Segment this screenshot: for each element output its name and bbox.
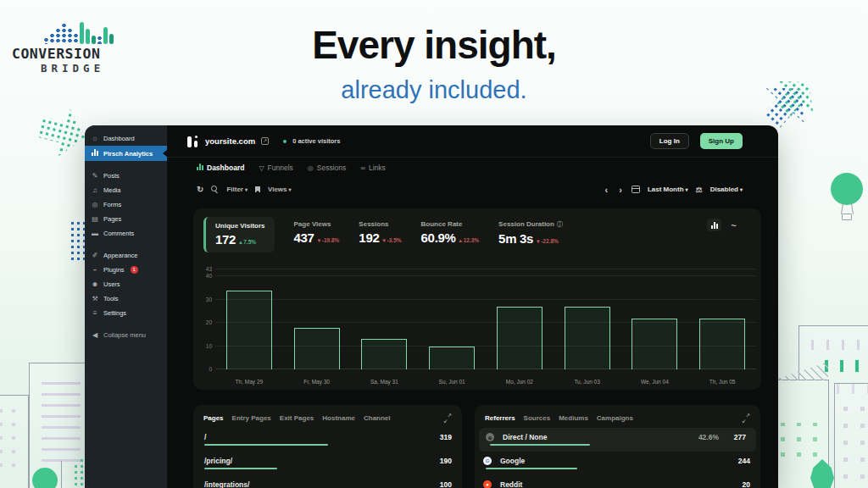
filter-dropdown[interactable]: Filter▾: [226, 186, 248, 193]
referrers-panel: ReferrersSourcesMediumsCampaigns ⊕Direct…: [475, 405, 760, 488]
sidebar-item-pirsch-analytics[interactable]: Pirsch Analytics: [85, 146, 167, 161]
expand-icon[interactable]: [443, 413, 452, 422]
sidebar-item-media[interactable]: ♫Media: [85, 183, 167, 197]
table-row-[interactable]: /319: [193, 428, 462, 452]
tab-links[interactable]: ∞Links: [360, 164, 386, 172]
stat-value-row: 437▾ -19.8%: [294, 230, 340, 245]
refresh-icon[interactable]: ↻: [197, 185, 203, 194]
pirsch-dashboard: yoursite.com ↗ 0 active visitors Log In …: [167, 125, 778, 488]
dashboard-icon: ⌂: [91, 135, 99, 142]
stat-unique-visitors[interactable]: Unique Visitors172▴ 7.5%: [203, 217, 275, 252]
chart-bar[interactable]: [497, 307, 542, 369]
previous-period-chevron[interactable]: ‹: [604, 185, 610, 195]
stat-session-duration[interactable]: Session Durationⓘ5m 3s▾ -22.8%: [498, 217, 563, 246]
row-value: 100: [440, 480, 452, 488]
sidebar-item-label: Users: [103, 280, 120, 288]
chart-bar[interactable]: [294, 328, 340, 369]
views-dropdown[interactable]: Views▾: [268, 186, 292, 193]
sidebar-item-pages[interactable]: ▤Pages: [85, 212, 167, 226]
chart-bar[interactable]: [565, 307, 610, 369]
comments-icon: ▬: [91, 230, 99, 237]
y-tick-label: 40: [198, 273, 212, 279]
line-chart-toggle-icon[interactable]: ~: [726, 219, 741, 231]
dashboard-nav-tabs: Dashboard▽Funnels◎Sessions∞Links: [167, 158, 778, 178]
bar-chart-toggle-icon[interactable]: [707, 219, 721, 231]
decor-dots-arrow-left: [33, 100, 92, 164]
sidebar-item-label: Forms: [103, 201, 121, 208]
x-axis-label: Mo, Jun 02: [486, 379, 554, 385]
chart-bar[interactable]: [429, 347, 475, 369]
table-row-integrations[interactable]: /integrations/100: [193, 475, 462, 488]
chart-bar-slot: [554, 269, 621, 369]
bookmark-icon[interactable]: [255, 186, 260, 193]
info-icon[interactable]: ⓘ: [557, 221, 563, 227]
tab-referrers[interactable]: Referrers: [485, 414, 515, 422]
stat-bounce-rate[interactable]: Bounce Rate60.9%▴ 12.3%: [421, 217, 480, 245]
row-label: /pricing/: [204, 457, 232, 465]
chart-bar[interactable]: [226, 291, 272, 369]
sidebar-item-label: Dashboard: [103, 135, 135, 142]
row-percent: 42.6%: [698, 433, 719, 441]
sidebar-item-label: Appearance: [103, 252, 137, 259]
chart-bar[interactable]: [632, 319, 677, 369]
site-name[interactable]: yoursite.com: [205, 136, 255, 146]
sidebar-item-tools[interactable]: ⚒Tools: [85, 291, 167, 306]
tab-label: Links: [369, 164, 386, 172]
sidebar-item-settings[interactable]: ≡Settings: [85, 306, 167, 320]
stat-value-row: 192▾ -3.5%: [359, 230, 401, 245]
sidebar-item-collapse-menu[interactable]: ◀Collapse menu: [85, 328, 167, 342]
chart-bar[interactable]: [361, 339, 407, 369]
signup-button[interactable]: Sign Up: [700, 133, 743, 149]
y-tick-label: 10: [198, 343, 212, 349]
table-row-google[interactable]: GGoogle244: [475, 452, 760, 475]
chart-bar-slot: [351, 269, 419, 369]
login-button[interactable]: Log In: [650, 133, 689, 149]
sidebar-item-posts[interactable]: ✎Posts: [85, 169, 167, 183]
tab-entry-pages[interactable]: Entry Pages: [232, 414, 271, 422]
tab-hostname[interactable]: Hostname: [322, 414, 355, 422]
x-axis-label: Th, Jun 05: [688, 379, 756, 385]
table-row-direct-none[interactable]: ⊕Direct / None42.6%277: [479, 428, 756, 452]
analytics-dashboard-window: ⌂DashboardPirsch Analytics✎Posts♫Media◎F…: [85, 125, 778, 488]
sidebar-item-dashboard[interactable]: ⌂Dashboard: [85, 131, 167, 146]
tab-label: Sessions: [317, 164, 347, 172]
sidebar-item-comments[interactable]: ▬Comments: [85, 226, 167, 241]
users-icon: ☻: [91, 280, 99, 288]
tab-channel[interactable]: Channel: [364, 414, 391, 422]
tab-exit-pages[interactable]: Exit Pages: [280, 414, 314, 422]
tab-sessions[interactable]: ◎Sessions: [308, 164, 346, 172]
sidebar-item-users[interactable]: ☻Users: [85, 277, 167, 291]
period-dropdown[interactable]: Last Month▾: [648, 186, 688, 193]
table-row-pricing[interactable]: /pricing/190: [193, 452, 462, 475]
row-value: 20: [743, 480, 750, 488]
tab-mediums[interactable]: Mediums: [559, 414, 588, 422]
chart-bar[interactable]: [699, 319, 745, 369]
comparison-dropdown[interactable]: Disabled▾: [710, 186, 743, 193]
sidebar-item-label: Settings: [103, 309, 126, 317]
stat-page-views[interactable]: Page Views437▾ -19.8%: [294, 217, 340, 245]
stat-delta: ▾ -19.8%: [318, 237, 340, 244]
sessions-icon: ◎: [308, 164, 314, 172]
tab-pages[interactable]: Pages: [203, 414, 224, 422]
sidebar-item-forms[interactable]: ◎Forms: [85, 197, 167, 212]
stat-sessions[interactable]: Sessions192▾ -3.5%: [359, 217, 401, 245]
google-icon: G: [483, 457, 492, 465]
dashboard-toolbar: ↻ Filter▾ Views▾ ‹ › Last Month▾ ⚖ Disab…: [167, 178, 778, 201]
stat-value-row: 172▴ 7.5%: [215, 232, 265, 247]
sidebar-item-plugins[interactable]: ⌁Plugins1: [85, 263, 167, 277]
y-tick-label: 30: [198, 297, 212, 302]
sidebar-item-appearance[interactable]: ✐Appearance: [85, 248, 167, 263]
tab-campaigns[interactable]: Campaigns: [597, 414, 633, 422]
tab-sources[interactable]: Sources: [524, 414, 551, 422]
tab-funnels[interactable]: ▽Funnels: [259, 164, 292, 172]
calendar-icon[interactable]: [632, 186, 640, 193]
tab-dashboard[interactable]: Dashboard: [197, 164, 244, 172]
table-row-reddit[interactable]: ●Reddit20: [475, 475, 760, 488]
y-tick-label: 43: [198, 266, 212, 272]
external-link-icon[interactable]: ↗: [261, 137, 269, 145]
globe-icon: ⊕: [486, 433, 494, 441]
search-icon[interactable]: [211, 186, 219, 193]
expand-icon[interactable]: [742, 413, 750, 422]
next-period-chevron[interactable]: ›: [617, 185, 624, 195]
comparison-scale-icon[interactable]: ⚖: [696, 186, 703, 194]
